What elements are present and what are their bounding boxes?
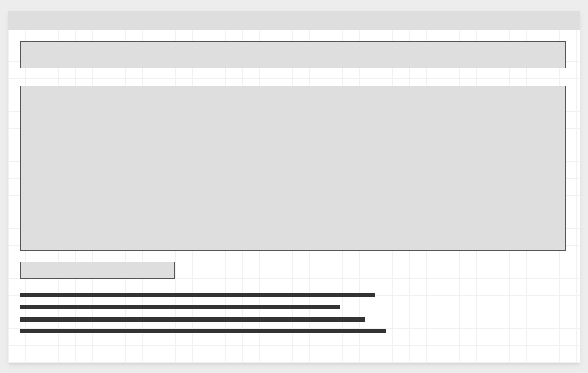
title-placeholder[interactable] [20, 41, 566, 68]
topbar-placeholder[interactable] [8, 11, 580, 30]
hero-placeholder[interactable] [20, 86, 566, 251]
subheading-placeholder[interactable] [20, 262, 175, 279]
wireframe-canvas[interactable] [8, 11, 580, 363]
text-line-placeholder[interactable] [20, 305, 340, 309]
text-line-placeholder[interactable] [20, 329, 386, 333]
text-line-placeholder[interactable] [20, 293, 375, 297]
text-line-placeholder[interactable] [20, 317, 365, 322]
